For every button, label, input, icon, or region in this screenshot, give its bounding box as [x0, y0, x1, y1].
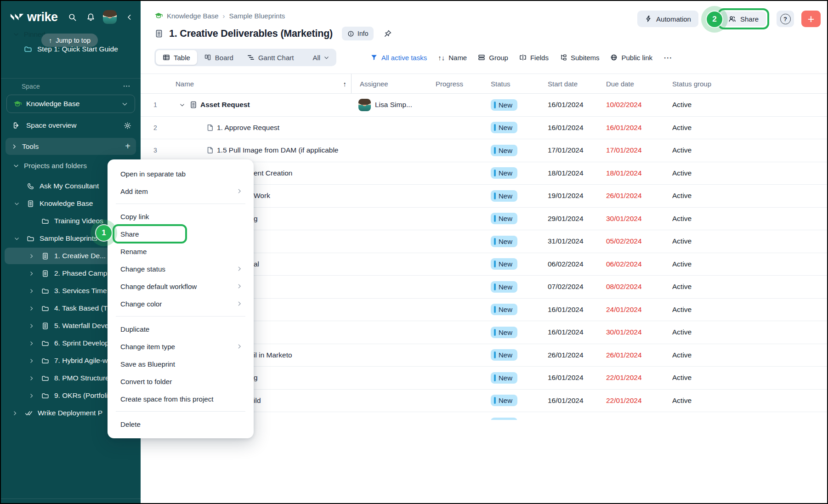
menu-item-change-default-workflow[interactable]: Change default workflow [108, 277, 254, 295]
start-date[interactable]: 16/01/2024 [539, 396, 597, 405]
start-date[interactable]: 17/01/2024 [539, 146, 597, 154]
chevron-right-icon[interactable] [26, 306, 37, 311]
more-options-icon[interactable]: ⋯ [664, 52, 673, 63]
start-date[interactable]: 29/01/2024 [539, 215, 597, 223]
task-name[interactable]: Asset Request [170, 94, 351, 116]
collapse-sidebar-icon[interactable] [123, 11, 135, 23]
chevron-right-icon[interactable] [26, 375, 37, 381]
start-date[interactable]: 26/01/2024 [539, 351, 597, 359]
status-badge[interactable]: New [491, 281, 517, 293]
status-cell[interactable]: New [479, 190, 539, 202]
table-row[interactable]: 31.5 Pull Image from DAM (if applicableN… [141, 139, 827, 162]
task-name[interactable]: 1. Approve Request [170, 117, 351, 139]
chevron-right-icon[interactable] [26, 358, 37, 364]
menu-item-delete[interactable]: Delete [108, 415, 254, 433]
status-badge[interactable]: New [491, 327, 517, 338]
status-badge[interactable]: New [491, 395, 517, 406]
due-date[interactable]: 22/01/2024 [597, 396, 657, 405]
status-cell[interactable]: New [479, 327, 539, 338]
notifications-bell-icon[interactable] [85, 11, 96, 23]
column-header-status-group[interactable]: Status group [657, 80, 827, 88]
chevron-right-icon[interactable] [26, 393, 37, 399]
column-header-due-date[interactable]: Due date [597, 80, 657, 88]
chevron-down-icon[interactable] [11, 236, 22, 242]
status-cell[interactable]: New [479, 372, 539, 384]
status-badge[interactable]: New [491, 304, 517, 315]
chevron-down-icon[interactable] [11, 201, 22, 207]
due-date[interactable]: 10/02/2024 [597, 101, 657, 109]
due-date[interactable]: 17/01/2024 [597, 146, 657, 154]
help-button[interactable]: ? [777, 11, 794, 27]
status-cell[interactable]: New [479, 418, 539, 420]
info-button[interactable]: Info [342, 27, 374, 40]
wrike-logo[interactable]: wrike [10, 10, 58, 24]
menu-item-rename[interactable]: Rename [108, 243, 254, 260]
menu-item-create-space-from-this-project[interactable]: Create space from this project [108, 390, 254, 408]
search-icon[interactable] [66, 11, 78, 23]
status-badge[interactable]: New [491, 236, 517, 247]
space-selector[interactable]: Knowledge Base [6, 95, 135, 113]
due-date[interactable]: 22/01/2024 [597, 374, 657, 382]
column-header-name[interactable]: Name ↑ [170, 80, 351, 88]
status-cell[interactable]: New [479, 213, 539, 224]
breadcrumb-space-link[interactable]: Knowledge Base [167, 12, 219, 20]
status-badge[interactable]: New [491, 99, 517, 111]
chevron-right-icon[interactable] [26, 271, 37, 277]
due-date[interactable]: 30/01/2024 [597, 215, 657, 223]
user-avatar[interactable] [103, 10, 117, 24]
due-date[interactable]: 18/01/2024 [597, 169, 657, 177]
start-date[interactable]: 23/01/2024 [539, 419, 597, 420]
due-date[interactable]: 06/02/2024 [597, 260, 657, 268]
public-link-button[interactable]: Public link [610, 54, 652, 62]
space-more-icon[interactable] [123, 82, 130, 90]
sidebar-item-space-overview[interactable]: Space overview [13, 118, 131, 133]
due-date[interactable]: 08/02/2024 [597, 283, 657, 291]
gear-icon[interactable] [124, 122, 131, 130]
status-cell[interactable]: New [479, 145, 539, 156]
tab-board[interactable]: Board [197, 50, 240, 65]
status-badge[interactable]: New [491, 418, 517, 420]
column-header-assignee[interactable]: Assignee [351, 74, 428, 93]
start-date[interactable]: 16/01/2024 [539, 306, 597, 314]
column-header-status[interactable]: Status [479, 80, 539, 88]
due-date[interactable]: 05/02/2024 [597, 237, 657, 245]
sidebar-item-tools[interactable]: Tools + [6, 138, 136, 155]
chevron-right-icon[interactable] [26, 340, 37, 346]
menu-item-change-color[interactable]: Change color [108, 295, 254, 312]
status-badge[interactable]: New [491, 213, 517, 224]
menu-item-save-as-blueprint[interactable]: Save as Blueprint [108, 355, 254, 373]
tab-all-dropdown[interactable]: All [307, 50, 335, 65]
start-date[interactable]: 16/01/2024 [539, 328, 597, 336]
automation-button[interactable]: Automation [637, 11, 698, 27]
chevron-right-icon[interactable] [26, 253, 37, 259]
chevron-down-icon[interactable] [177, 102, 187, 108]
subitems-button[interactable]: Subitems [560, 54, 600, 62]
create-new-button[interactable]: + [801, 11, 821, 27]
status-badge[interactable]: New [491, 349, 517, 361]
status-cell[interactable]: New [479, 281, 539, 293]
status-badge[interactable]: New [491, 258, 517, 270]
status-cell[interactable]: New [479, 122, 539, 133]
start-date[interactable]: 16/01/2024 [539, 374, 597, 382]
start-date[interactable]: 19/01/2024 [539, 192, 597, 200]
due-date[interactable]: 16/01/2024 [597, 124, 657, 132]
menu-item-convert-to-folder[interactable]: Convert to folder [108, 373, 254, 390]
breadcrumb-folder-link[interactable]: Sample Blueprints [229, 12, 285, 20]
status-cell[interactable]: New [479, 99, 539, 111]
tab-table[interactable]: Table [156, 50, 197, 65]
status-cell[interactable]: New [479, 236, 539, 247]
chevron-right-icon[interactable] [9, 410, 20, 416]
status-cell[interactable]: New [479, 258, 539, 270]
status-badge[interactable]: New [491, 122, 517, 133]
start-date[interactable]: 07/02/2024 [539, 283, 597, 291]
due-date[interactable]: 24/01/2024 [597, 306, 657, 314]
status-badge[interactable]: New [491, 190, 517, 202]
sort-button[interactable]: ↑↓ Name [438, 54, 467, 62]
menu-item-add-item[interactable]: Add item [108, 182, 254, 200]
tab-gantt-chart[interactable]: Gantt Chart [240, 50, 301, 65]
due-date[interactable]: 26/01/2024 [597, 351, 657, 359]
task-name[interactable]: 1.5 Pull Image from DAM (if applicable [170, 139, 351, 162]
status-cell[interactable]: New [479, 167, 539, 179]
start-date[interactable]: 31/01/2024 [539, 237, 597, 245]
pin-icon[interactable] [384, 29, 392, 38]
